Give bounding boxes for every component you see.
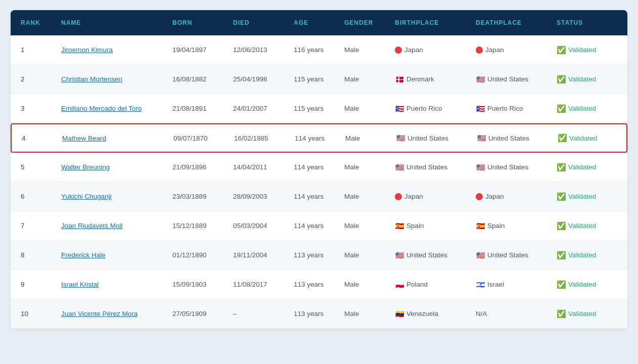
deathplace-label: Puerto Rico (487, 105, 523, 112)
cell-gender: Male (339, 157, 390, 177)
cell-name[interactable]: Mathew Beard (57, 128, 168, 148)
cell-name[interactable]: Joan Riudavets Moll (56, 216, 167, 236)
validated-icon: ✅ (557, 221, 566, 231)
cell-name[interactable]: Christian Mortensen (56, 69, 167, 89)
cell-name[interactable]: Juan Vicente Pérez Mora (56, 304, 167, 324)
deathplace-label: Israel (487, 281, 504, 288)
name-link[interactable]: Jiroemon Kimura (61, 46, 113, 54)
cell-gender: Male (339, 245, 390, 265)
cell-birthplace: Japan (390, 40, 471, 60)
deathplace-label: N/A (476, 310, 487, 317)
status-label: Validated (568, 310, 596, 317)
birthplace-label: Denmark (406, 75, 434, 83)
table-row[interactable]: 2 Christian Mortensen 16/08/1882 25/04/1… (11, 65, 627, 94)
table-row[interactable]: 7 Joan Riudavets Moll 15/12/1889 05/03/2… (11, 211, 627, 241)
cell-age: 114 years (290, 128, 340, 148)
name-link[interactable]: Yukichi Chuganji (61, 193, 112, 200)
cell-born: 01/12/1890 (167, 245, 228, 265)
cell-rank: 5 (16, 157, 56, 177)
name-link[interactable]: Joan Riudavets Moll (61, 222, 123, 230)
cell-died: 19/11/2004 (228, 245, 289, 265)
cell-deathplace: 🇪🇸 Spain (471, 215, 552, 237)
cell-status: ✅ Validated (552, 157, 617, 178)
deathplace-label: United States (487, 251, 528, 259)
cell-age: 115 years (289, 99, 339, 118)
cell-died: 11/08/2017 (228, 275, 289, 294)
table-row[interactable]: 6 Yukichi Chuganji 23/03/1889 28/09/2003… (11, 182, 627, 211)
validated-icon: ✅ (557, 251, 566, 260)
cell-status: ✅ Validated (552, 186, 617, 207)
name-link[interactable]: Juan Vicente Pérez Mora (61, 310, 138, 317)
birthplace-label: Japan (404, 193, 423, 200)
validated-icon: ✅ (557, 309, 566, 318)
main-table: RANK NAME BORN DIED AGE GENDER BIRTHPLAC… (11, 10, 627, 329)
cell-name[interactable]: Frederick Hale (56, 245, 167, 265)
col-died: DIED (228, 10, 289, 35)
cell-status: ✅ Validated (552, 215, 617, 237)
birthplace-label: United States (406, 251, 447, 259)
name-link[interactable]: Mathew Beard (62, 134, 106, 142)
cell-born: 19/04/1897 (167, 40, 228, 60)
name-link[interactable]: Israel Kristal (61, 281, 99, 288)
table-row[interactable]: 3 Emiliano Mercado del Toro 21/08/1891 2… (11, 94, 627, 123)
table-row[interactable]: 1 Jiroemon Kimura 19/04/1897 12/06/2013 … (11, 35, 627, 65)
cell-deathplace: N/A (471, 304, 552, 324)
validated-icon: ✅ (557, 104, 566, 113)
cell-age: 113 years (289, 275, 339, 294)
cell-name[interactable]: Yukichi Chuganji (56, 187, 167, 206)
cell-born: 16/08/1882 (167, 69, 228, 89)
deathplace-label: Japan (485, 193, 504, 200)
cell-gender: Male (339, 40, 390, 60)
col-gender: GENDER (339, 10, 390, 35)
cell-deathplace: 🇵🇷 Puerto Rico (471, 98, 552, 119)
cell-deathplace: Japan (471, 40, 552, 60)
cell-died: 12/06/2013 (228, 40, 289, 60)
cell-born: 21/09/1896 (167, 157, 228, 177)
validated-icon: ✅ (557, 280, 566, 289)
validated-icon: ✅ (557, 75, 566, 84)
status-label: Validated (568, 222, 596, 230)
cell-status: ✅ Validated (553, 127, 618, 149)
status-label: Validated (568, 105, 596, 112)
validated-icon: ✅ (557, 163, 566, 172)
cell-status: ✅ Validated (552, 274, 617, 295)
table-body: 1 Jiroemon Kimura 19/04/1897 12/06/2013 … (11, 35, 627, 329)
col-deathplace: DEATHPLACE (471, 10, 552, 35)
table-row[interactable]: 9 Israel Kristal 15/09/1903 11/08/2017 1… (11, 270, 627, 299)
status-label: Validated (568, 75, 596, 83)
flag-icon (395, 47, 402, 54)
cell-gender: Male (339, 69, 390, 89)
name-link[interactable]: Christian Mortensen (61, 75, 122, 83)
cell-name[interactable]: Jiroemon Kimura (56, 40, 167, 60)
cell-deathplace: 🇺🇸 United States (471, 245, 552, 266)
table-row[interactable]: 10 Juan Vicente Pérez Mora 27/05/1909 – … (11, 299, 627, 329)
name-link[interactable]: Walter Breuning (61, 163, 110, 171)
cell-deathplace: 🇮🇱 Israel (471, 274, 552, 295)
flag-icon: 🇺🇸 (396, 133, 405, 143)
cell-name[interactable]: Israel Kristal (56, 275, 167, 294)
birthplace-label: United States (407, 134, 448, 142)
cell-status: ✅ Validated (552, 98, 617, 119)
status-label: Validated (568, 46, 596, 54)
table-header: RANK NAME BORN DIED AGE GENDER BIRTHPLAC… (11, 10, 627, 35)
cell-name[interactable]: Walter Breuning (56, 157, 167, 177)
cell-died: 25/04/1998 (228, 69, 289, 89)
cell-birthplace: 🇵🇱 Poland (390, 274, 471, 295)
name-link[interactable]: Frederick Hale (61, 251, 106, 259)
table-row[interactable]: 8 Frederick Hale 01/12/1890 19/11/2004 1… (11, 241, 627, 270)
cell-name[interactable]: Emiliano Mercado del Toro (56, 99, 167, 118)
table-row[interactable]: 4 Mathew Beard 09/07/1870 16/02/1985 114… (11, 123, 627, 153)
table-row[interactable]: 5 Walter Breuning 21/09/1896 14/04/2011 … (11, 153, 627, 182)
cell-rank: 3 (16, 99, 56, 118)
cell-birthplace: 🇩🇰 Denmark (390, 69, 471, 90)
cell-age: 114 years (289, 157, 339, 177)
deathplace-label: United States (488, 134, 529, 142)
cell-died: – (228, 304, 289, 324)
flag-icon: 🇺🇸 (476, 75, 485, 84)
name-link[interactable]: Emiliano Mercado del Toro (61, 105, 142, 112)
flag-icon: 🇵🇱 (395, 280, 404, 289)
validated-icon: ✅ (557, 46, 566, 55)
cell-born: 27/05/1909 (167, 304, 228, 324)
cell-rank: 7 (16, 216, 56, 236)
cell-gender: Male (340, 128, 391, 148)
